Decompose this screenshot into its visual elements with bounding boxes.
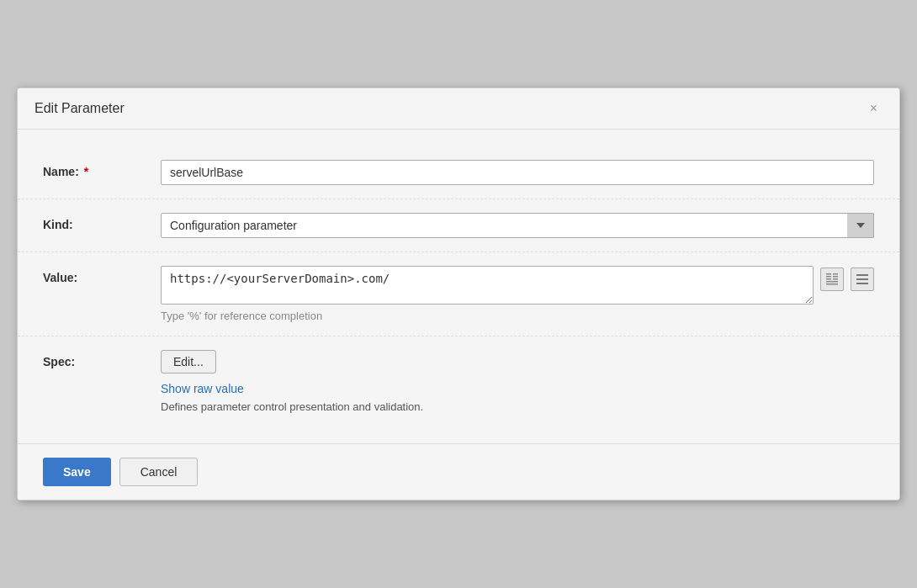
name-row: Name: * [18, 146, 899, 199]
spec-control: Edit... Show raw value Defines parameter… [161, 350, 874, 413]
required-indicator: * [84, 165, 88, 178]
svg-rect-8 [856, 274, 868, 276]
svg-rect-6 [826, 281, 838, 283]
kind-label: Kind: [43, 213, 161, 231]
value-textarea-wrapper [161, 266, 874, 305]
svg-rect-3 [833, 273, 838, 275]
kind-control: Configuration parameterRuntime parameter… [161, 213, 874, 238]
cancel-button[interactable]: Cancel [119, 458, 199, 486]
save-button[interactable]: Save [43, 458, 111, 486]
dialog-footer: Save Cancel [18, 443, 899, 500]
kind-row: Kind: Configuration parameterRuntime par… [18, 199, 899, 252]
kind-select[interactable]: Configuration parameterRuntime parameter… [161, 213, 874, 238]
expand-button[interactable] [820, 268, 844, 291]
value-textarea[interactable] [161, 266, 814, 305]
show-raw-value-link[interactable]: Show raw value [161, 382, 874, 395]
svg-rect-10 [856, 283, 868, 284]
spec-row: Spec: Edit... Show raw value Defines par… [18, 336, 899, 426]
value-label: Value: [43, 266, 161, 284]
svg-rect-7 [826, 283, 838, 285]
close-button[interactable]: × [865, 100, 883, 117]
value-row: Value: [18, 252, 899, 336]
dialog-body: Name: * Kind: Configuration parameterRun… [18, 130, 899, 443]
dialog-title: Edit Parameter [34, 101, 125, 116]
svg-rect-2 [826, 278, 831, 280]
edit-parameter-dialog: Edit Parameter × Name: * Kind: Configura… [17, 87, 900, 501]
svg-rect-4 [833, 276, 838, 278]
name-label: Name: * [43, 160, 161, 178]
kind-select-wrapper: Configuration parameterRuntime parameter… [161, 213, 874, 238]
spec-label: Spec: [43, 350, 161, 368]
name-control [161, 160, 874, 185]
value-control: Type '%' for reference completion [161, 266, 874, 322]
svg-rect-1 [826, 276, 831, 278]
spec-description: Defines parameter control presentation a… [161, 400, 874, 413]
svg-rect-5 [833, 278, 838, 280]
spec-edit-button[interactable]: Edit... [161, 350, 216, 373]
svg-rect-0 [826, 273, 831, 275]
value-hint: Type '%' for reference completion [161, 310, 874, 322]
dialog-header: Edit Parameter × [18, 88, 899, 130]
name-input[interactable] [161, 160, 874, 185]
svg-rect-9 [856, 278, 868, 280]
list-view-button[interactable] [851, 268, 874, 291]
